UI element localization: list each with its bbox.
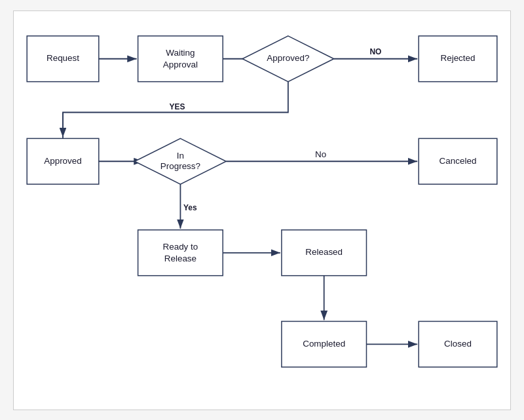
waiting-approval-box <box>138 35 223 81</box>
in-progress-label2: Progress? <box>160 161 200 170</box>
diagram-container: Request Waiting Approval Approved? NO Re… <box>13 10 511 410</box>
ready-to-release-label2: Release <box>164 254 196 263</box>
ready-to-release-label: Ready to <box>163 242 198 252</box>
yes2-label: Yes <box>183 203 197 212</box>
in-progress-label: In <box>177 150 184 160</box>
waiting-approval-label: Waiting <box>166 48 195 58</box>
no2-label: No <box>315 149 326 159</box>
closed-label: Closed <box>444 338 472 348</box>
released-label: Released <box>305 247 343 257</box>
waiting-approval-label2: Approval <box>163 60 198 69</box>
approved-diamond-label: Approved? <box>267 53 309 63</box>
no-label: NO <box>369 47 381 56</box>
yes-label: YES <box>169 102 185 111</box>
approved-label: Approved <box>44 155 82 165</box>
completed-label: Completed <box>303 338 345 348</box>
request-label: Request <box>47 53 79 63</box>
rejected-label: Rejected <box>440 53 475 63</box>
canceled-label: Canceled <box>440 155 477 165</box>
ready-to-release-box <box>138 229 223 275</box>
